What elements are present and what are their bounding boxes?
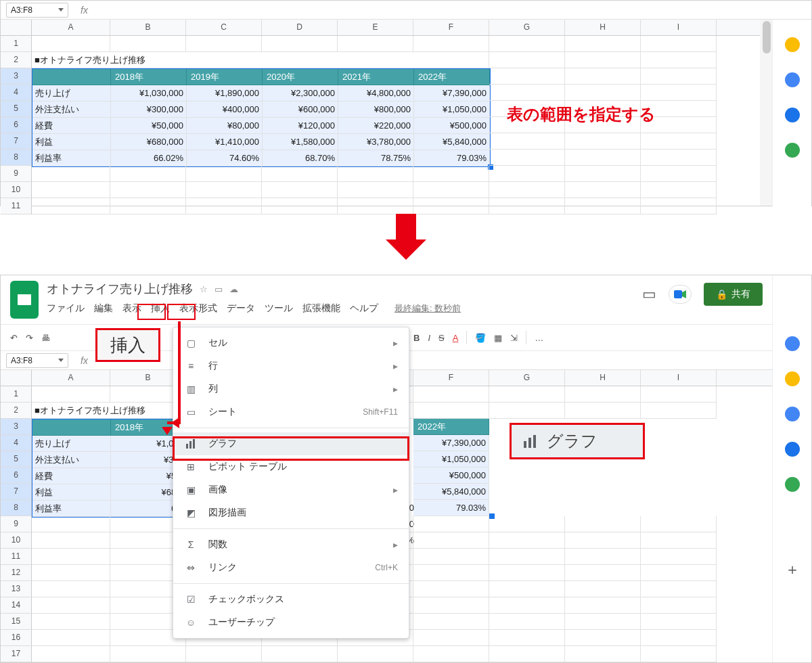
- col-header[interactable]: A: [32, 20, 110, 35]
- menu-help[interactable]: ヘルプ: [350, 302, 378, 315]
- doc-title[interactable]: オトナライフ売り上げ推移: [47, 281, 193, 297]
- row-header[interactable]: 17: [1, 646, 32, 662]
- italic-button[interactable]: I: [428, 333, 430, 343]
- menu-item-checkbox[interactable]: ☑チェックボックス: [173, 588, 409, 611]
- highlight-insert-menu: [167, 304, 196, 320]
- maps-icon[interactable]: [785, 143, 800, 158]
- row-header[interactable]: 6: [1, 117, 32, 133]
- row-header[interactable]: 7: [1, 484, 32, 500]
- row-header[interactable]: 8: [1, 500, 32, 516]
- row-header[interactable]: 12: [1, 565, 32, 581]
- borders-icon[interactable]: ▦: [494, 333, 502, 343]
- calendar-icon[interactable]: [785, 336, 800, 351]
- sheets-logo-icon[interactable]: [10, 281, 39, 319]
- row-header[interactable]: 6: [1, 467, 32, 484]
- row-header[interactable]: 3: [1, 68, 32, 85]
- more-icon[interactable]: …: [535, 333, 543, 343]
- row-header[interactable]: 15: [1, 614, 32, 630]
- row-header[interactable]: 10: [1, 532, 32, 549]
- col-header[interactable]: F: [413, 370, 489, 386]
- row-header[interactable]: 11: [1, 549, 32, 565]
- keep-icon[interactable]: [785, 37, 800, 52]
- keep-icon[interactable]: [785, 371, 800, 386]
- meet-icon[interactable]: [669, 285, 692, 304]
- row-header[interactable]: 14: [1, 597, 32, 614]
- share-button[interactable]: 🔒 共有: [704, 283, 763, 306]
- menu-extensions[interactable]: 拡張機能: [302, 302, 340, 315]
- col-header[interactable]: E: [338, 20, 413, 35]
- menu-item-row[interactable]: ≡行▸: [173, 355, 409, 378]
- comments-icon[interactable]: ▭: [642, 285, 656, 303]
- select-all-corner[interactable]: [1, 20, 32, 35]
- row-icon: ≡: [184, 359, 198, 373]
- dropdown-icon: [58, 8, 64, 12]
- row-header[interactable]: 5: [1, 101, 32, 117]
- bold-button[interactable]: B: [413, 333, 420, 343]
- col-header[interactable]: B: [110, 20, 186, 35]
- menu-item-function[interactable]: Σ関数▸: [173, 533, 409, 556]
- menu-data[interactable]: データ: [227, 302, 255, 315]
- row-header[interactable]: 1: [1, 36, 32, 52]
- row-header[interactable]: 9: [1, 166, 32, 182]
- row-header[interactable]: 16: [1, 630, 32, 646]
- menu-tools[interactable]: ツール: [265, 302, 293, 315]
- undo-icon[interactable]: ↶: [10, 333, 18, 343]
- name-box[interactable]: A3:F8: [6, 353, 68, 368]
- row-header[interactable]: 9: [1, 516, 32, 532]
- row-header[interactable]: 10: [1, 182, 32, 198]
- col-header[interactable]: D: [262, 20, 338, 35]
- fill-color-icon[interactable]: 🪣: [475, 333, 486, 343]
- last-edit[interactable]: 最終編集: 数秒前: [394, 302, 461, 315]
- row-header[interactable]: 2: [1, 52, 32, 68]
- print-icon[interactable]: 🖶: [41, 333, 50, 343]
- maps-icon[interactable]: [785, 477, 800, 492]
- redo-icon[interactable]: ↷: [26, 333, 33, 343]
- menu-item-link[interactable]: ⇔リンクCtrl+K: [173, 556, 409, 579]
- menu-edit[interactable]: 編集: [94, 302, 113, 315]
- row-header[interactable]: 5: [1, 451, 32, 467]
- cloud-icon[interactable]: ☁: [229, 284, 238, 294]
- row-header[interactable]: 13: [1, 581, 32, 597]
- col-header[interactable]: A: [32, 370, 110, 386]
- formula-input[interactable]: [100, 3, 806, 18]
- row-header[interactable]: 11: [1, 198, 32, 214]
- tasks-icon[interactable]: [785, 72, 800, 87]
- contacts-icon[interactable]: [785, 108, 800, 122]
- link-icon: ⇔: [184, 561, 198, 574]
- col-header[interactable]: H: [565, 20, 641, 35]
- select-all-corner[interactable]: [1, 370, 32, 386]
- row-header[interactable]: 4: [1, 435, 32, 451]
- move-icon[interactable]: ▭: [215, 284, 223, 294]
- col-header[interactable]: H: [565, 370, 641, 386]
- col-header[interactable]: G: [489, 20, 565, 35]
- menu-item-drawing[interactable]: ◩図形描画: [173, 501, 409, 524]
- row-header[interactable]: 4: [1, 85, 32, 101]
- add-icon[interactable]: ＋: [785, 559, 800, 580]
- star-icon[interactable]: ☆: [200, 284, 208, 294]
- tasks-icon[interactable]: [785, 407, 800, 421]
- col-header[interactable]: C: [186, 20, 262, 35]
- vertical-scrollbar[interactable]: [760, 20, 772, 206]
- menu-item-chip[interactable]: ☺ユーザーチップ: [173, 611, 409, 634]
- row-header[interactable]: 1: [1, 386, 32, 403]
- menu-item-cell[interactable]: ▢セル▸: [173, 332, 409, 355]
- strike-button[interactable]: S: [438, 333, 445, 343]
- name-box[interactable]: A3:F8: [6, 3, 68, 18]
- menu-item-image[interactable]: ▣画像▸: [173, 478, 409, 501]
- spreadsheet-grid[interactable]: A B C D E F G H I 1 2 3 4 5 6 7: [1, 20, 811, 214]
- row-header[interactable]: 3: [1, 419, 32, 435]
- row-header[interactable]: 2: [1, 403, 32, 419]
- row-header[interactable]: 8: [1, 150, 32, 166]
- row-header[interactable]: 7: [1, 133, 32, 150]
- col-header[interactable]: I: [641, 20, 717, 35]
- col-header[interactable]: F: [413, 20, 489, 35]
- col-header[interactable]: G: [489, 370, 565, 386]
- menu-item-sheet[interactable]: ▭シートShift+F11: [173, 401, 409, 424]
- menu-file[interactable]: ファイル: [47, 302, 85, 315]
- text-color-button[interactable]: A: [453, 333, 459, 343]
- col-header[interactable]: I: [641, 370, 717, 386]
- contacts-icon[interactable]: [785, 442, 800, 457]
- menu-item-col[interactable]: ▥列▸: [173, 378, 409, 401]
- table-header: 2018年: [111, 69, 187, 85]
- merge-icon[interactable]: ⇲: [510, 333, 518, 343]
